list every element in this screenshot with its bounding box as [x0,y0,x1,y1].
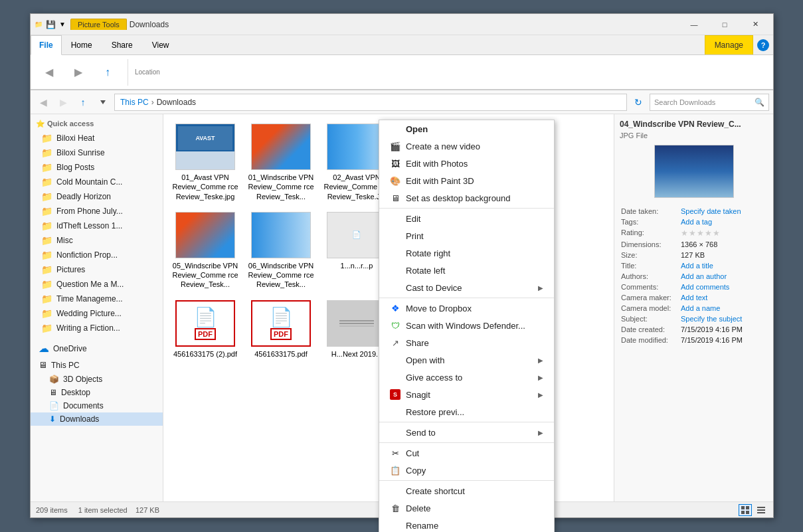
sidebar-item-documents[interactable]: 📄 Documents [31,399,163,412]
sidebar-item-biloxi-sunrise[interactable]: 📁 Biloxi Sunrise [31,145,163,160]
this-pc-link[interactable]: This PC [120,98,149,107]
rotate-right-icon [390,248,401,258]
file-item[interactable]: 📄 PDF 4561633175 (2).pdf [169,296,242,363]
ctx-scan-defender[interactable]: 🛡 Scan with Windows Defender... [379,317,554,334]
ctx-create-new-video[interactable]: 🎬 Create a new video [379,137,554,155]
ctx-cast-to-device[interactable]: Cast to Device ▶ [379,279,554,296]
file-item[interactable]: 📄 PDF 4561633175.pdf [244,296,317,363]
tab-view[interactable]: View [143,35,179,54]
file-name: 01_Windscribe VPN Review_Comme rce Revie… [248,173,314,201]
sidebar-item-question-me[interactable]: 📁 Question Me a M... [31,277,163,292]
3d-icon: 📦 [49,375,59,384]
search-box[interactable]: Search Downloads 🔍 [650,94,769,111]
maximize-button[interactable]: □ [709,14,740,35]
file-name: H...Next 2019... [331,349,382,359]
ctx-cut[interactable]: ✂ Cut [379,444,554,462]
search-placeholder: Search Downloads [654,98,715,106]
sidebar-item-time-mgmt[interactable]: 📁 Time Manageme... [31,292,163,306]
ctx-snagit[interactable]: S Snagit ▶ [379,386,554,403]
search-icon[interactable]: 🔍 [755,98,764,107]
sidebar-item-deadly-horizon[interactable]: 📁 Deadly Horizon [31,189,163,204]
ctx-print[interactable]: Print [379,227,554,244]
large-icons-view[interactable] [739,504,752,516]
downloads-link[interactable]: Downloads [157,98,196,107]
sidebar-item-pictures[interactable]: 📁 Pictures [31,262,163,277]
ribbon-up[interactable]: ↑ [94,65,121,80]
ctx-give-access[interactable]: Give access to ▶ [379,369,554,386]
props-value: Add text [679,292,768,303]
cut-icon: ✂ [390,448,401,458]
ribbon: File Home Share View Manage ? ◀ ▶ ↑ Loca… [31,35,773,90]
pdf-label: PDF [195,328,216,340]
props-value: Specify the subject [679,313,768,324]
ctx-restore[interactable]: Restore previ... [379,403,554,420]
ribbon-help[interactable]: ? [753,35,773,54]
svg-rect-1 [746,506,749,509]
sidebar-item-blog-posts[interactable]: 📁 Blog Posts [31,160,163,175]
folder-icon: 📁 [41,147,52,158]
details-view[interactable] [755,504,768,516]
refresh-button[interactable]: ↻ [630,94,647,111]
minimize-button[interactable]: — [679,14,709,35]
ctx-edit-paint3d[interactable]: 🎨 Edit with Paint 3D [379,172,554,189]
sidebar-item-this-pc[interactable]: 🖥 This PC [31,357,163,373]
ctx-create-shortcut[interactable]: Create shortcut [379,482,554,499]
ctx-divider [379,208,554,209]
file-item[interactable]: 06_Windscribe VPN Review_Comme rce Revie… [244,208,317,294]
ctx-move-dropbox[interactable]: ❖ Move to Dropbox [379,300,554,317]
sidebar-item-downloads[interactable]: ⬇ 1 item selected Downloads [31,412,163,426]
close-button[interactable]: ✕ [740,14,770,35]
sidebar-item-cold-mountain[interactable]: 📁 Cold Mountain C... [31,175,163,189]
sidebar-item-3d-objects[interactable]: 📦 3D Objects [31,373,163,386]
ctx-desktop-bg[interactable]: 🖥 Set as desktop background [379,189,554,207]
file-item[interactable]: 05_Windscribe VPN Review_Comme rce Revie… [169,208,242,294]
tab-file[interactable]: File [31,35,62,55]
down-arrow-tb[interactable]: ▼ [57,19,68,30]
ctx-rotate-right[interactable]: Rotate right [379,244,554,262]
forward-button[interactable]: ▶ [54,94,72,111]
sidebar-item-idtheft[interactable]: 📁 IdTheft Lesson 1... [31,219,163,233]
ctx-open-with[interactable]: Open with ▶ [379,351,554,369]
share-icon: ↗ [390,337,401,348]
picture-tools-tab[interactable]: Picture Tools [70,19,127,30]
file-thumbnail [175,212,235,258]
ctx-edit[interactable]: Edit [379,210,554,227]
snagit-icon: S [390,389,401,400]
ctx-edit-photos[interactable]: 🖼 Edit with Photos [379,155,554,172]
ctx-rotate-left[interactable]: Rotate left [379,262,554,279]
props-value: Add an author [679,271,768,282]
sidebar-item-from-phone[interactable]: 📁 From Phone July... [31,204,163,219]
sidebar-item-nonfiction[interactable]: 📁 Nonfiction Prop... [31,248,163,262]
file-item[interactable]: 01_Windscribe VPN Review_Comme rce Revie… [244,120,317,205]
sidebar-item-writing[interactable]: 📁 Writing a Fiction... [31,321,163,335]
ctx-share[interactable]: ↗ Share [379,334,554,351]
ctx-open[interactable]: Open [379,120,554,137]
sidebar-item-biloxi-heat[interactable]: 📁 Biloxi Heat [31,131,163,145]
pdf-label: PDF [270,328,292,340]
ctx-send-to[interactable]: Send to ▶ [379,424,554,441]
ctx-delete[interactable]: 🗑 Delete [379,499,554,517]
tab-home[interactable]: Home [62,35,102,54]
file-item[interactable]: AVAST 01_Avast VPN Review_Comme rce Revi… [169,120,242,205]
folder-icon: 📁 [41,250,52,260]
file-thumbnail: AVAST [175,124,235,170]
sidebar-item-misc[interactable]: 📁 Misc [31,233,163,248]
up-button[interactable]: ↑ [74,94,92,111]
svg-rect-3 [746,511,749,514]
address-path[interactable]: This PC › Downloads [114,94,627,111]
tab-share[interactable]: Share [102,35,143,54]
ctx-rename[interactable]: Rename [379,517,554,532]
props-row: Comments: Add comments [620,282,768,292]
star-rating[interactable]: ★★★★★ [681,228,721,238]
back-button[interactable]: ◀ [35,94,52,111]
title-bar-icons: 📁 💾 ▼ [33,19,68,30]
tab-manage[interactable]: Manage [705,35,753,54]
sidebar-item-onedrive[interactable]: ☁ OneDrive [31,339,163,357]
sidebar-item-wedding-picture[interactable]: 📁 Wedding Picture... [31,306,163,321]
sidebar-item-desktop[interactable]: 🖥 Desktop [31,386,163,399]
file-name: 1...n...r...p [341,261,373,270]
svg-rect-2 [741,511,745,514]
recent-locations[interactable] [94,94,112,111]
ctx-copy[interactable]: 📋 Copy [379,462,554,479]
ribbon-content: ◀ ▶ ↑ Location [31,55,773,90]
